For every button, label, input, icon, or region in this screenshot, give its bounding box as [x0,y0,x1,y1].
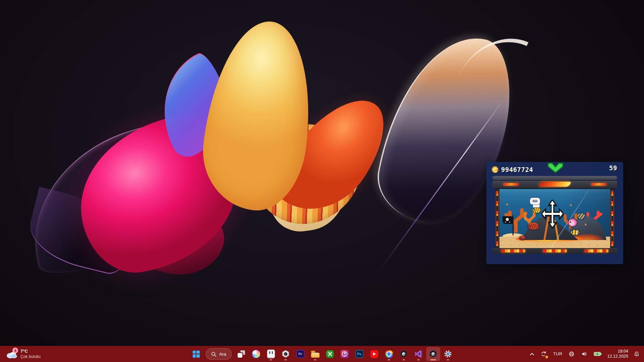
unity-hub-button[interactable] [279,347,293,361]
desktop: 99467724 59 [0,0,644,362]
fish-clownfish [571,230,579,235]
tank-base [492,248,617,254]
fish-lionfish [528,223,539,229]
photoshop-icon: Ps [356,350,364,358]
thought-bubble-controller-icon [530,198,540,204]
pirate-flag [502,216,513,224]
folder-icon [311,351,319,358]
chevron-up-icon [530,352,534,356]
weather-condition: Çok bulutlu [20,354,41,359]
volume-icon [581,351,587,357]
language-indicator[interactable]: TUR [552,351,563,357]
chrome-icon [385,350,393,358]
weather-badge: 4 [12,348,18,353]
premiere-pro-button[interactable]: Pr [293,347,308,361]
chrome-button[interactable] [382,347,396,361]
search-icon [211,352,216,357]
fish-angelfish [578,213,585,219]
hidden-icons-chevron[interactable] [529,351,535,357]
svg-text:z: z [636,352,637,355]
particle [506,204,508,205]
weather-temperature: 7°C [20,349,41,354]
system-tray: TUR 18:04 12.12.2025 z [529,346,641,362]
task-view-button[interactable] [234,347,249,361]
search-input[interactable]: Ara [206,348,231,360]
pixel-game-button[interactable] [264,347,278,361]
xbox-icon [326,350,334,358]
coin-icon [492,166,498,173]
battery-tray-icon[interactable] [593,351,603,357]
unity-hub-icon [282,350,290,358]
fish-pufferfish [568,219,576,225]
lava-chip [591,183,606,186]
photoshop-button[interactable]: Ps [353,347,367,361]
unity-active-icon [429,350,437,358]
visual-studio-icon [415,350,423,358]
unity-editor-active-button[interactable] [426,347,440,361]
globe-offline-icon [569,351,575,357]
start-button[interactable] [189,347,203,361]
notifications-bell[interactable]: z [633,350,641,358]
clock[interactable]: 18:04 12.12.2025 [607,349,628,359]
fish-tank [495,188,614,248]
aquarium-header: 99467724 59 [486,162,623,175]
file-explorer-button[interactable] [308,347,322,361]
fish-count: 59 [609,164,617,172]
clock-time: 18:04 [607,349,628,354]
particle [570,204,572,206]
search-label: Ara [219,352,226,357]
particle [585,224,586,225]
sync-tray-icon[interactable] [540,350,548,358]
gear-icon [444,350,452,358]
lava-chip [503,183,519,186]
pixel-game-icon [267,350,275,358]
xbox-button[interactable] [323,347,337,361]
chevron-down-icon[interactable] [547,163,564,173]
aquarium-widget[interactable]: 99467724 59 [486,162,623,264]
bell-dnd-icon: z [634,351,640,357]
clock-date: 12.12.2025 [607,354,628,359]
volume-tray-icon[interactable] [580,350,588,358]
profile-app-button[interactable] [338,347,352,361]
move-cursor-icon [541,200,564,228]
profile-app-icon [341,350,349,358]
settings-button[interactable] [441,347,455,361]
copilot-button[interactable] [249,347,263,361]
coin-count: 99467724 [501,166,533,173]
network-tray-icon[interactable] [568,350,576,358]
sync-alert-dot [545,356,548,358]
visual-studio-button[interactable] [412,347,426,361]
premiere-pro-icon: Pr [297,350,305,358]
particle [525,219,526,220]
task-view-icon [238,350,245,358]
battery-charging-icon [594,352,602,356]
lava-streak-icon [538,182,572,187]
unity-editor-button[interactable] [397,347,411,361]
tank-post-left [495,189,499,248]
tank-lid [492,176,617,188]
taskbar-center: Ara Pr [189,346,455,362]
weather-widget[interactable]: 4 7°C Çok bulutlu [3,346,44,362]
copilot-icon [252,350,260,358]
cloud-icon: 4 [6,349,17,359]
youtube-icon [370,350,378,358]
windows-logo-icon [193,351,200,358]
unity-icon [400,350,408,358]
fish-red-small [519,236,525,240]
taskbar: 4 7°C Çok bulutlu Ara [0,346,644,362]
tank-post-right [610,189,614,248]
fish-yellow-tang [533,208,541,213]
youtube-button[interactable] [367,347,381,361]
